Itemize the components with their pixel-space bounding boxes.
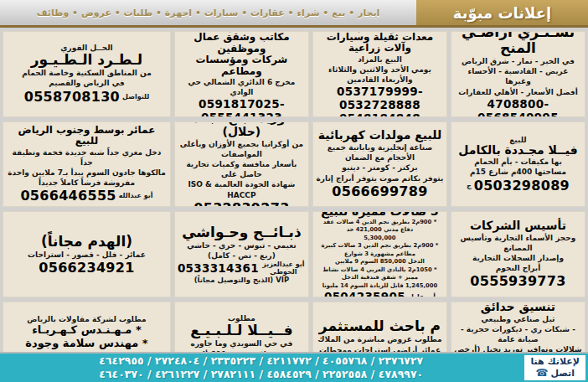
- ad-line: مساحتها 400م شارع 15م: [470, 167, 566, 177]
- ad-phone-row: أبو عادل 0504235905: [324, 290, 436, 297]
- ad-line: وحجز الأسماء التجارية وتأسيس المصانع: [454, 233, 582, 253]
- ad-phone-2: 0548184848: [339, 111, 420, 117]
- ad-note: VIP (الذبح والتوصيل مجاناً): [194, 276, 289, 284]
- footer-phone-numbers: ٢٣٧٦٧٢٧ / ٤٠٥٥٧٦٨ / ٤٢١١٧٧٢ / ٢٣٣٥٢٢٣ / …: [0, 354, 522, 382]
- ad-title: للبيع مولدات كهربائية: [318, 129, 441, 142]
- job-item: * مـهـنـدس كـهـربـاء: [32, 323, 142, 337]
- ad-title: فــيــلا لـلـبـيـع: [190, 323, 292, 338]
- ad-title: فيــلا مجـددة بالكامل: [458, 144, 577, 157]
- ad-line: أبراج النجوم: [496, 263, 541, 273]
- ad-line: يومي الأحد والاثنين والثلاثاء والأربعاء …: [316, 65, 444, 85]
- ad-line: في الخير - نمار - شرق الرياض: [462, 56, 575, 66]
- ad-phone: 0503298089: [474, 178, 570, 194]
- phone-icon: ☎: [535, 367, 548, 379]
- ad-phone: 0532839273: [193, 200, 289, 208]
- ad-line: من المناطق السكنية وخاصة الحمام: [22, 68, 152, 78]
- ads-column-1: نشـتـري أراضـي المنح في الخير - نمار - ش…: [451, 31, 585, 382]
- ad-line: في حي السويدي وما جاوره: [191, 338, 293, 348]
- contact-name: أبو عادل: [408, 293, 436, 297]
- ad-title: ذبـائــح وحـواشي: [182, 225, 302, 240]
- ad-line: البيع بالمزاد: [358, 54, 402, 65]
- ad-line: 1,245,000 قابل للزيادة السوم 14 مليونا: [322, 282, 438, 291]
- ads-column-2: ببريدة - للبيع معدات ثقيلة وسيارات وآلات…: [312, 31, 447, 382]
- ad-line: عريض - القادسية - الأحساء وغيرها: [454, 66, 582, 86]
- ad-phone: 0566699789: [332, 183, 427, 199]
- ad-phone: 0566446555: [20, 188, 116, 204]
- masthead-logo: إعلانات مبوّبة: [416, 0, 588, 25]
- ad-line: في الرياض والقصيم: [49, 78, 124, 88]
- ad-line: مطلوب عروض مباشرة من الملاك: [317, 334, 441, 344]
- ad-free-demolition: (الهدم مجاناً) عمائر - فلل - قصور - استر…: [3, 211, 171, 297]
- ad-line: بركنز - كومنز - دينيو: [342, 163, 417, 173]
- ads-grid: نشـتـري أراضـي المنح في الخير - نمار - ش…: [3, 31, 585, 350]
- ad-line: يتوفر بكاتم صوت يتوفر أبراج إنارة: [317, 173, 444, 183]
- ad-line: نعيمي - تيوس - حري - حاشي: [187, 240, 297, 250]
- ad-title: معدات ثقيلة وسيارات وآلات زراعية: [316, 32, 444, 54]
- page-header: إعلانات مبوّبة ايجار • بيع • شراء • عقار…: [0, 0, 588, 28]
- ad-phone-row: أبو عبدالله 0566446555: [20, 188, 152, 204]
- ad-phone: 0558708130: [24, 89, 120, 105]
- contact-footer: لإعلانك هنا اتصل ☎ ٢٣٧٦٧٢٧ / ٤٠٥٥٧٦٨ / ٤…: [0, 352, 588, 382]
- ad-phone: 0504235905: [324, 290, 405, 297]
- footer-phones-row-1: ٢٣٧٦٧٢٧ / ٤٠٥٥٧٦٨ / ٤٢١١٧٧٢ / ٢٣٣٥٢٢٣ / …: [99, 354, 423, 368]
- ad-phone-row: 0503298089 ج: [467, 178, 570, 194]
- ad-title: عمائر بوسط وجنوب الرياض للبيع: [6, 125, 168, 147]
- ad-title: نشـتـري أراضـي المنح: [454, 31, 582, 56]
- ad-frozen-chicken: توريد دجاج مجمد (حلال) من أوكرانيا بجميع…: [174, 121, 309, 208]
- ad-phone-row: أبو عبدالعزيز الحوطي 0533314361: [178, 261, 306, 276]
- ad-livestock: ذبـائــح وحـواشي نعيمي - تيوس - حري - حا…: [174, 211, 309, 297]
- ad-title: تنسيق حدائق: [481, 302, 555, 313]
- call-label: اتصل: [550, 368, 575, 379]
- ads-column-4: الحــل الفوري لـطـرد الـطـيـور من المناط…: [3, 31, 171, 382]
- ad-line: * 900م2 بطريق نجم الدين 4 صالات عقد دفاع…: [316, 219, 444, 235]
- ad-line: مالكوها جادون السوم يبدأ بـ7 ملايين واحد…: [8, 168, 166, 178]
- ad-line: مخرج 6 الدائري الشمالي حي الوادي: [178, 77, 306, 97]
- ad-line: (ربع - نص - كامل): [208, 250, 276, 261]
- ad-phone: 0555939773: [470, 273, 565, 289]
- ad-heavy-equipment-auction: ببريدة - للبيع معدات ثقيلة وسيارات وآلات…: [312, 31, 447, 117]
- ad-title: لـطـرد الـطـيـور: [31, 52, 142, 68]
- ad-line: * 1050م2 بالنادي العربي 4 صالات نشاط ممي…: [316, 266, 444, 282]
- ad-line: من أوكرانيا بجميع الأوزان وبأعلى المواصف…: [178, 139, 306, 159]
- ads-column-3: للإيجار مكاتب وشقق عمال وموظفين شركات وم…: [174, 31, 309, 382]
- ad-offices-rent: للإيجار مكاتب وشقق عمال وموظفين شركات وم…: [174, 31, 309, 117]
- ad-line: * 900م2 بطريق نجم الدين 3 صالات كبيرة مط…: [316, 242, 444, 258]
- ad-line: وإصدار السجلات التجارية: [472, 253, 564, 263]
- footer-phones-row-2: ٤٧٨٩٩٧٠ / ٢٢٥٢٥٥٨ / ٤٥٨٤٥٢٩ / ٢٧٨٢١١١ / …: [99, 368, 423, 381]
- contact-name: أبو عبدالله: [119, 192, 153, 199]
- call-row: اتصل ☎: [535, 367, 575, 379]
- ad-phone-row: للتواصل 0558708130: [24, 89, 150, 105]
- ad-title: م باحث للمستثمر: [319, 318, 441, 334]
- ad-phone: 0591817025-0555441323: [178, 97, 306, 116]
- ad-buildings-sale: عمائر بوسط وجنوب الرياض للبيع دخل مغري ج…: [3, 121, 171, 208]
- ad-bird-repelling: الحــل الفوري لـطـرد الـطـيـور من المناط…: [3, 31, 171, 117]
- ad-three-halls-sale: 3 صالات مميزة للبيع * 900م2 بطريق نجم ال…: [312, 211, 447, 297]
- ad-line: 5,300,000: [364, 235, 395, 243]
- ad-line: الدخل 850,000 السوم 9 ملايين: [335, 258, 425, 266]
- ad-line: عمائر - فلل - قصور - استراحات: [28, 250, 146, 260]
- ad-line: ثيل صناعي وطبيعي: [482, 314, 555, 324]
- classifieds-page: إعلانات مبوّبة ايجار • بيع • شراء • عقار…: [0, 0, 588, 382]
- advertise-here-box: لإعلانك هنا اتصل ☎: [524, 355, 585, 380]
- ad-line: - شبكات ري - ديكورات حجرية - صيانة عامة: [454, 324, 582, 344]
- ad-generators: للبيع مولدات كهربائية صناعة إنجليزية ويا…: [312, 121, 447, 208]
- ad-title: مكاتب وشقق عمال وموظفين: [178, 32, 306, 54]
- ad-villa-renovated: للبيع فيــلا مجـددة بالكامل بها مكيفات -…: [451, 121, 585, 208]
- ad-title: تأسيس الشركات: [470, 219, 566, 233]
- ad-title: 3 صالات مميزة للبيع: [321, 211, 438, 218]
- ad-line: دخل مغري جداً شبه جديدة فخمة ونظيفة جداً: [6, 147, 168, 168]
- category-tags: ايجار • بيع • شراء • عقارات • سيارات • ا…: [0, 0, 416, 25]
- ad-phone: 4708800-0568549995: [454, 97, 582, 117]
- ad-line: مفروشة فرشاً كاملاً جديداً: [39, 178, 135, 188]
- ad-title: (الهدم مجاناً): [41, 234, 132, 250]
- ad-line: بأسعار منافسة وكميات تجارية حاصل على: [178, 159, 306, 179]
- ad-title: توريد دجاج مجمد (حلال): [178, 121, 306, 139]
- ad-buy-grant-lands: نشـتـري أراضـي المنح في الخير - نمار - ش…: [451, 31, 585, 117]
- ad-phone: 0566234921: [39, 260, 134, 276]
- ad-title-2: شركات ومؤسسات ومطاعم: [178, 54, 306, 77]
- contact-label: للتواصل: [122, 93, 149, 101]
- mobile-abbrev: ج: [467, 182, 472, 189]
- contact-name: أبو عبدالعزيز الحوطي: [261, 261, 306, 276]
- ad-kicker: مطلوب لشركة مقاولات بالرياض: [27, 315, 146, 323]
- ad-phone: 0537179999-0532728888: [316, 85, 444, 111]
